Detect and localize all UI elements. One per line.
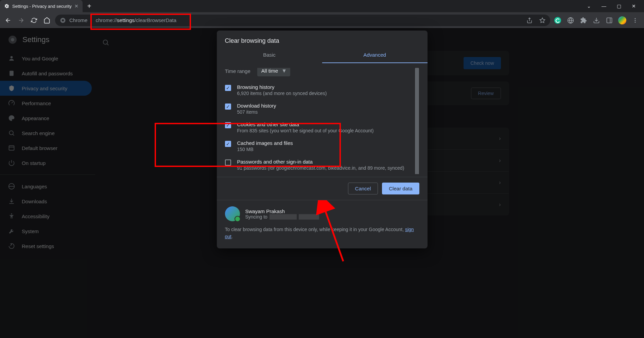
menu-icon[interactable] [631, 16, 639, 24]
item-title: Download history [237, 103, 276, 109]
profile-avatar[interactable] [618, 16, 626, 24]
checkbox[interactable] [225, 159, 231, 166]
item-title: Cached images and files [237, 140, 293, 146]
item-sub: 507 items [237, 109, 276, 115]
checkbox-row-passwords[interactable]: Passwords and other sign-in data91 passw… [225, 155, 419, 174]
checkbox-row-download-history[interactable]: ✓ Download history507 items [225, 99, 419, 118]
scrollbar[interactable]: ▼ [415, 68, 419, 174]
bookmark-icon[interactable] [539, 17, 545, 23]
window-titlebar: Settings - Privacy and security ✕ + ⌄ — … [0, 0, 644, 12]
footer-text: To clear browsing data from this device … [225, 226, 419, 240]
item-sub: From 835 sites (you won't be signed out … [237, 128, 374, 133]
share-icon[interactable] [526, 17, 533, 23]
checkbox[interactable]: ✓ [225, 122, 231, 128]
clear-browsing-data-dialog: Clear browsing data Basic Advanced Time … [217, 31, 428, 248]
item-sub: 91 passwords (for googlechromecast.com, … [237, 165, 404, 171]
item-title: Passwords and other sign-in data [237, 159, 404, 165]
grammarly-icon[interactable] [554, 16, 562, 24]
chrome-icon [60, 17, 66, 23]
gear-icon [4, 3, 10, 9]
url-text: chrome://settings/clearBrowserData [96, 17, 177, 23]
dialog-title: Clear browsing data [217, 31, 428, 48]
browser-toolbar: Chrome | chrome://settings/clearBrowserD… [0, 12, 644, 29]
svg-point-7 [635, 21, 636, 22]
minimize-button[interactable]: — [601, 3, 607, 9]
close-window-button[interactable]: ✕ [630, 3, 637, 9]
clear-data-button[interactable]: Clear data [382, 183, 419, 194]
tabsearch-button[interactable]: ⌄ [586, 3, 592, 9]
profile-avatar [225, 206, 240, 221]
browser-tab[interactable]: Settings - Privacy and security ✕ [0, 0, 83, 12]
address-bar[interactable]: Chrome | chrome://settings/clearBrowserD… [55, 15, 550, 26]
new-tab-button[interactable]: + [83, 0, 96, 12]
tab-title: Settings - Privacy and security [12, 4, 72, 9]
time-range-label: Time range [225, 68, 250, 74]
item-title: Cookies and other site data [237, 121, 374, 127]
tab-advanced[interactable]: Advanced [322, 48, 428, 63]
home-button[interactable] [42, 16, 52, 25]
svg-rect-4 [607, 18, 612, 23]
checkbox[interactable]: ✓ [225, 85, 231, 91]
sync-status: Syncing to [245, 214, 319, 220]
checkbox-row-cookies[interactable]: ✓ Cookies and other site dataFrom 835 si… [225, 118, 419, 137]
checkbox-row-browsing-history[interactable]: ✓ Browsing history6,920 items (and more … [225, 81, 419, 99]
reload-button[interactable] [29, 16, 39, 25]
cancel-button[interactable]: Cancel [348, 183, 378, 194]
site-info: Chrome [69, 17, 87, 23]
item-sub: 150 MB [237, 147, 293, 152]
checkbox[interactable]: ✓ [225, 104, 231, 110]
svg-point-1 [62, 19, 64, 21]
item-title: Browsing history [237, 84, 327, 90]
close-icon[interactable]: ✕ [74, 3, 79, 9]
maximize-button[interactable]: ▢ [615, 3, 622, 9]
sidepanel-icon[interactable] [605, 16, 613, 24]
forward-button[interactable] [16, 16, 26, 25]
back-button[interactable] [3, 16, 13, 25]
globe-icon[interactable] [567, 16, 575, 24]
item-sub: 6,920 items (and more on synced devices) [237, 91, 327, 96]
profile-name: Swayam Prakash [245, 208, 319, 214]
checkbox[interactable]: ✓ [225, 141, 231, 147]
tab-basic[interactable]: Basic [217, 48, 322, 63]
time-range-select[interactable]: All time [257, 68, 290, 76]
extensions-icon[interactable] [579, 16, 588, 24]
downloads-icon[interactable] [592, 16, 601, 24]
svg-point-5 [635, 18, 636, 19]
checkbox-row-cache[interactable]: ✓ Cached images and files150 MB [225, 137, 419, 155]
svg-point-6 [635, 20, 636, 21]
